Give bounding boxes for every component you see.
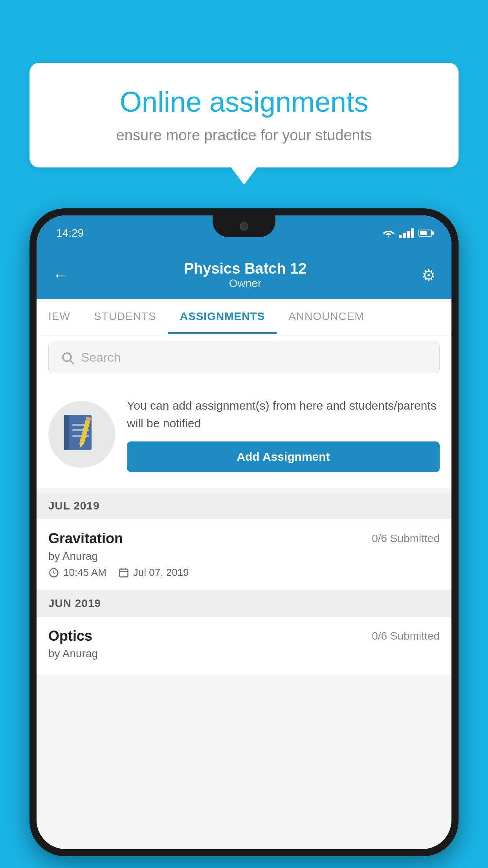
promo-icon-circle: [48, 401, 115, 468]
notebook-icon: [62, 413, 101, 456]
settings-button[interactable]: ⚙: [422, 266, 436, 284]
assignment-optics[interactable]: Optics 0/6 Submitted by Anurag: [37, 617, 451, 675]
time-meta: 10:45 AM: [48, 566, 106, 579]
phone-frame: 14:29: [29, 208, 459, 856]
svg-point-0: [388, 236, 389, 237]
app-header: ← Physics Batch 12 Owner ⚙: [37, 251, 451, 299]
phone-screen: 14:29: [37, 215, 451, 849]
calendar-icon: [118, 567, 129, 578]
speech-bubble-title: Online assignments: [57, 86, 431, 118]
status-bar: 14:29: [37, 215, 451, 251]
section-jun-2019: JUN 2019: [37, 590, 451, 617]
battery-icon: [418, 230, 432, 237]
optics-author: by Anurag: [48, 647, 440, 660]
tabs-bar: IEW STUDENTS ASSIGNMENTS ANNOUNCEM: [37, 299, 451, 334]
promo-content: You can add assignment(s) from here and …: [127, 397, 440, 472]
search-icon: [61, 351, 75, 365]
promo-section: You can add assignment(s) from here and …: [37, 381, 451, 488]
promo-description: You can add assignment(s) from here and …: [127, 397, 440, 432]
tab-iew[interactable]: IEW: [37, 299, 82, 334]
phone-notch: [213, 215, 275, 237]
batch-owner: Owner: [184, 277, 307, 290]
batch-title: Physics Batch 12: [184, 260, 307, 277]
assignment-gravitation[interactable]: Gravitation 0/6 Submitted by Anurag 10:4…: [37, 519, 451, 590]
assignment-time: 10:45 AM: [63, 566, 106, 579]
assignment-name: Gravitation: [48, 530, 123, 547]
speech-bubble: Online assignments ensure more practice …: [29, 63, 459, 167]
tab-students[interactable]: STUDENTS: [82, 299, 168, 334]
header-title-group: Physics Batch 12 Owner: [184, 260, 307, 290]
search-box[interactable]: Search: [48, 342, 440, 373]
add-assignment-button[interactable]: Add Assignment: [127, 441, 440, 472]
search-placeholder: Search: [81, 350, 121, 365]
tab-assignments[interactable]: ASSIGNMENTS: [168, 299, 277, 334]
wifi-icon: [383, 228, 394, 238]
svg-rect-12: [119, 569, 128, 577]
clock-icon: [48, 567, 59, 578]
status-time: 14:29: [56, 227, 84, 239]
search-container: Search: [37, 334, 451, 381]
back-button[interactable]: ←: [52, 266, 69, 285]
speech-bubble-wrapper: Online assignments ensure more practice …: [29, 63, 459, 167]
tab-announcements[interactable]: ANNOUNCEM: [277, 299, 376, 334]
svg-rect-4: [64, 415, 69, 450]
optics-status: 0/6 Submitted: [372, 630, 440, 642]
section-jul-2019: JUL 2019: [37, 493, 451, 519]
optics-row1: Optics 0/6 Submitted: [48, 628, 440, 644]
status-icons: [383, 228, 432, 238]
assignment-date: Jul 07, 2019: [133, 566, 189, 579]
camera: [240, 222, 248, 231]
speech-bubble-subtitle: ensure more practice for your students: [57, 127, 431, 144]
assignment-author: by Anurag: [48, 550, 440, 563]
assignment-meta: 10:45 AM Jul 07, 2019: [48, 566, 440, 579]
assignment-status: 0/6 Submitted: [372, 532, 440, 545]
date-meta: Jul 07, 2019: [118, 566, 189, 579]
assignment-row1: Gravitation 0/6 Submitted: [48, 530, 440, 547]
signal-icon: [399, 228, 414, 238]
svg-line-2: [70, 360, 73, 363]
optics-name: Optics: [48, 628, 92, 644]
